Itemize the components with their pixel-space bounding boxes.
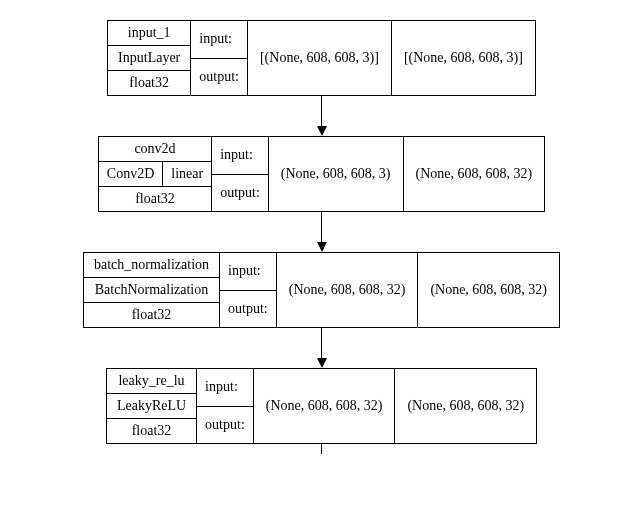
io-labels: input: output: [191, 21, 248, 95]
input-shape: [(None, 608, 608, 3)] [248, 21, 392, 95]
layer-node-leakyrelu: leaky_re_lu LeakyReLU float32 input: out… [106, 368, 537, 444]
output-label: output: [191, 59, 247, 96]
output-shape: (None, 608, 608, 32) [404, 137, 545, 211]
layer-dtype: float32 [108, 71, 190, 95]
layer-name: leaky_re_lu [107, 369, 196, 394]
input-label: input: [220, 253, 276, 291]
layer-dtype: float32 [84, 303, 219, 327]
io-labels: input: output: [220, 253, 277, 327]
layer-class: InputLayer [108, 46, 190, 71]
layer-node-batchnorm: batch_normalization BatchNormalization f… [83, 252, 560, 328]
output-label: output: [220, 291, 276, 328]
input-label: input: [212, 137, 268, 175]
layer-meta: input_1 InputLayer float32 [108, 21, 191, 95]
input-shape: (None, 608, 608, 3) [269, 137, 404, 211]
arrow-down-icon [317, 328, 327, 368]
output-label: output: [197, 407, 253, 444]
layer-node-input: input_1 InputLayer float32 input: output… [107, 20, 536, 96]
layer-class: Conv2D [99, 162, 163, 186]
input-label: input: [197, 369, 253, 407]
output-shape: [(None, 608, 608, 3)] [392, 21, 535, 95]
layer-name: input_1 [108, 21, 190, 46]
layer-dtype: float32 [99, 187, 211, 211]
io-labels: input: output: [212, 137, 269, 211]
layer-class: BatchNormalization [84, 278, 219, 303]
layer-node-conv2d: conv2d Conv2D linear float32 input: outp… [98, 136, 545, 212]
arrow-down-icon [317, 96, 327, 136]
output-label: output: [212, 175, 268, 212]
output-shape: (None, 608, 608, 32) [395, 369, 536, 443]
input-label: input: [191, 21, 247, 59]
layer-name: conv2d [99, 137, 211, 162]
io-labels: input: output: [197, 369, 254, 443]
layer-class: LeakyReLU [107, 394, 196, 419]
layer-meta: leaky_re_lu LeakyReLU float32 [107, 369, 197, 443]
layer-name: batch_normalization [84, 253, 219, 278]
arrow-stub-icon [321, 444, 322, 454]
layer-meta: batch_normalization BatchNormalization f… [84, 253, 220, 327]
layer-meta: conv2d Conv2D linear float32 [99, 137, 212, 211]
input-shape: (None, 608, 608, 32) [277, 253, 419, 327]
output-shape: (None, 608, 608, 32) [418, 253, 559, 327]
layer-dtype: float32 [107, 419, 196, 443]
input-shape: (None, 608, 608, 32) [254, 369, 396, 443]
layer-activation: linear [163, 162, 211, 186]
arrow-down-icon [317, 212, 327, 252]
model-diagram: input_1 InputLayer float32 input: output… [20, 20, 623, 454]
